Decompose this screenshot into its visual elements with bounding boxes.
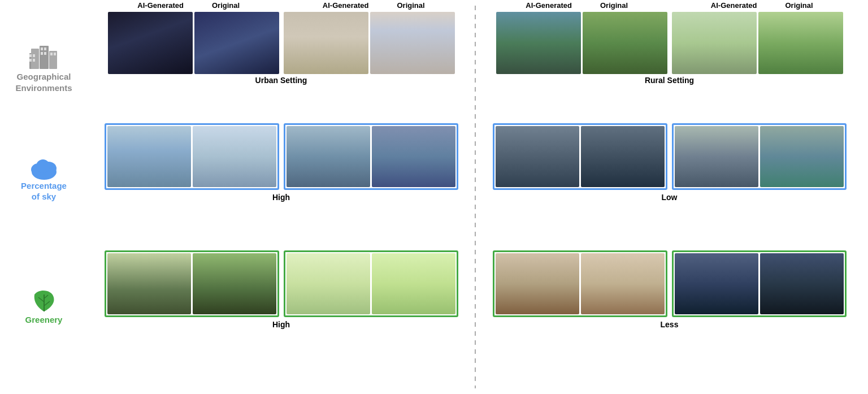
svg-rect-10 bbox=[41, 52, 43, 55]
sky-section-left: High bbox=[88, 121, 475, 248]
svg-rect-11 bbox=[44, 52, 46, 55]
sky-low-ai-1 bbox=[496, 126, 579, 187]
ai-generated-header-2: AI-Generated bbox=[323, 1, 369, 10]
sky-high-caption: High bbox=[88, 191, 475, 204]
sky-section-right: Low bbox=[476, 121, 863, 248]
gr-less-ai-2 bbox=[675, 253, 758, 314]
rural-pair-2 bbox=[672, 12, 843, 74]
sky-low-pair-1 bbox=[493, 123, 667, 190]
geo-label-section: Geographical Environments bbox=[15, 5, 72, 115]
geo-pair-1 bbox=[108, 12, 279, 74]
rural-setting-caption: Rural Setting bbox=[476, 74, 863, 86]
svg-rect-12 bbox=[50, 53, 53, 55]
original-header-4: Original bbox=[785, 1, 813, 10]
ai-generated-header-3: AI-Generated bbox=[526, 1, 572, 10]
rural-orig-img-1 bbox=[583, 12, 667, 74]
geo-pair-2 bbox=[284, 12, 455, 74]
urban-pair-headers: AI-Generated Original bbox=[137, 1, 240, 10]
sky-cloud-icon bbox=[27, 155, 61, 180]
sky-high-ai-2 bbox=[287, 126, 370, 187]
svg-rect-9 bbox=[44, 47, 46, 50]
rural-ai-img-1 bbox=[496, 12, 581, 74]
gr-less-pair-1 bbox=[493, 250, 667, 317]
greenery-label-section: Greenery bbox=[25, 242, 63, 369]
sky-label-text: Percentage of sky bbox=[21, 180, 67, 202]
geo-ai-img-2 bbox=[284, 12, 368, 74]
sky-high-pair-1 bbox=[105, 123, 279, 190]
geo-icon bbox=[28, 43, 59, 71]
sky-images-right bbox=[476, 122, 863, 191]
geo-orig-img-1 bbox=[194, 12, 279, 74]
original-header-2: Original bbox=[397, 1, 425, 10]
sky-low-pair-2 bbox=[672, 123, 847, 190]
rural-pair-headers: AI-Generated Original bbox=[526, 1, 628, 10]
sky-images-left bbox=[88, 122, 475, 191]
rural-pair-headers-2: AI-Generated Original bbox=[711, 1, 813, 10]
original-header-1: Original bbox=[212, 1, 240, 10]
svg-rect-13 bbox=[54, 53, 56, 55]
sky-low-ai-2 bbox=[675, 126, 758, 187]
greenery-images-right bbox=[476, 249, 863, 318]
geo-ai-img-1 bbox=[108, 12, 193, 74]
greenery-section-left: High bbox=[88, 248, 475, 375]
gr-high-pair-1 bbox=[105, 250, 279, 317]
gr-high-orig-2 bbox=[372, 253, 455, 314]
svg-point-17 bbox=[36, 159, 50, 173]
geo-images-left bbox=[88, 12, 475, 74]
main-content: AI-Generated Original AI-Generated Origi… bbox=[88, 0, 868, 394]
rural-orig-img-2 bbox=[758, 12, 843, 74]
gr-less-orig-1 bbox=[581, 253, 665, 314]
greenery-images-left bbox=[88, 249, 475, 318]
rural-pair-1 bbox=[496, 12, 667, 74]
gr-less-orig-2 bbox=[760, 253, 844, 314]
greenery-label-text: Greenery bbox=[25, 314, 63, 326]
gr-high-orig-1 bbox=[193, 253, 276, 314]
sky-label-section: Percentage of sky bbox=[21, 115, 67, 242]
geo-section-right: Rural Setting bbox=[476, 11, 863, 121]
rural-ai-img-2 bbox=[672, 12, 757, 74]
svg-rect-5 bbox=[33, 54, 35, 57]
greenery-high-caption: High bbox=[88, 318, 475, 331]
svg-rect-4 bbox=[29, 54, 32, 57]
sky-high-pair-2 bbox=[284, 123, 458, 190]
sky-high-orig-1 bbox=[193, 126, 276, 187]
gr-less-pair-2 bbox=[672, 250, 847, 317]
urban-pair-headers-2: AI-Generated Original bbox=[323, 1, 425, 10]
sky-high-orig-2 bbox=[372, 126, 455, 187]
gr-less-ai-1 bbox=[496, 253, 579, 314]
sky-low-orig-1 bbox=[581, 126, 665, 187]
gr-high-ai-1 bbox=[107, 253, 191, 314]
geo-orig-img-2 bbox=[370, 12, 455, 74]
greenery-section-right: Less bbox=[476, 248, 863, 375]
geo-section-left: Urban Setting bbox=[88, 11, 475, 121]
left-col-headers: AI-Generated Original AI-Generated Origi… bbox=[88, 0, 475, 11]
sky-low-caption: Low bbox=[476, 191, 863, 204]
sky-low-orig-2 bbox=[760, 126, 844, 187]
greenery-less-caption: Less bbox=[476, 318, 863, 331]
left-panel: AI-Generated Original AI-Generated Origi… bbox=[88, 0, 475, 394]
svg-rect-6 bbox=[29, 59, 32, 62]
urban-setting-caption: Urban Setting bbox=[88, 74, 475, 86]
svg-rect-7 bbox=[33, 59, 35, 62]
right-col-headers: AI-Generated Original AI-Generated Origi… bbox=[476, 0, 863, 11]
geo-label-text: Geographical Environments bbox=[15, 71, 72, 93]
gr-high-ai-2 bbox=[287, 253, 370, 314]
right-panel: AI-Generated Original AI-Generated Origi… bbox=[476, 0, 863, 394]
greenery-leaf-icon bbox=[30, 286, 58, 314]
gr-high-pair-2 bbox=[284, 250, 458, 317]
left-labels-panel: Geographical Environments Percentage of … bbox=[0, 0, 88, 394]
svg-rect-8 bbox=[41, 47, 43, 50]
original-header-3: Original bbox=[600, 1, 628, 10]
ai-generated-header-4: AI-Generated bbox=[711, 1, 757, 10]
ai-generated-header-1: AI-Generated bbox=[137, 1, 184, 10]
sky-high-ai-1 bbox=[107, 126, 191, 187]
geo-images-right bbox=[476, 12, 863, 74]
